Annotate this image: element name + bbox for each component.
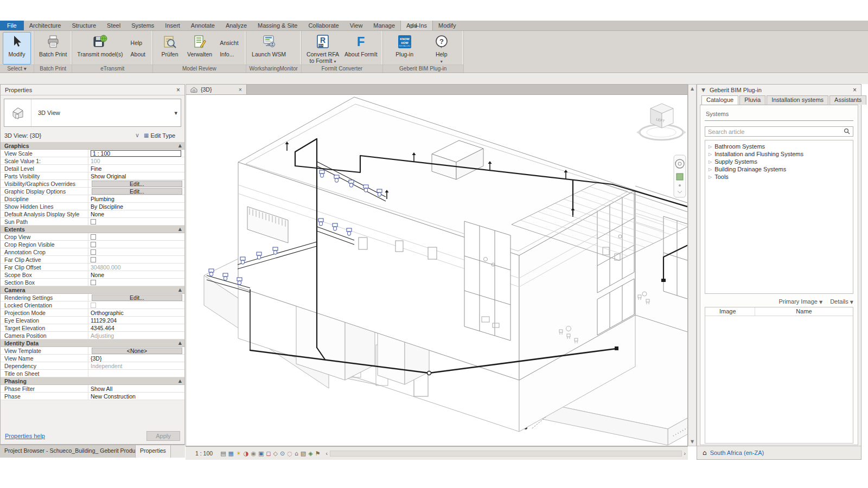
property-row[interactable]: Annotation Crop ▲ — [1, 248, 184, 256]
column-header-image[interactable]: Image — [705, 307, 755, 316]
property-row[interactable]: Show Hidden Lines By Discipline ▲ — [1, 203, 184, 210]
batch-print-button[interactable]: Batch Print — [37, 32, 69, 65]
property-row[interactable]: Graphics ▲ — [1, 142, 184, 150]
section-pin-icon[interactable]: ▲ — [178, 341, 184, 345]
tree-expand-icon[interactable]: ▷ — [709, 152, 712, 157]
tree-expand-icon[interactable]: ▷ — [709, 144, 712, 149]
property-row[interactable]: Visibility/Graphics Overrides Edit... ▲ — [1, 180, 184, 188]
tree-item[interactable]: ▷ Supply Systems — [709, 158, 853, 165]
geberit-tab[interactable]: Pluvia — [739, 95, 765, 105]
tree-item[interactable]: ▷ Installation and Flushing Systems — [709, 150, 853, 158]
geberit-plugin-button[interactable]: KNOW HOW INSTALLED Plug-in — [391, 32, 419, 65]
group-label-select[interactable]: Select ▾ — [0, 65, 34, 73]
properties-tab[interactable]: Properties — [136, 445, 171, 458]
info-button[interactable]: Info... — [220, 51, 238, 57]
crop-region-icon[interactable]: ◻ — [266, 451, 271, 457]
ribbon-tab[interactable]: Massing & Site — [252, 21, 303, 30]
checkbox[interactable] — [91, 303, 96, 308]
shadows-icon[interactable]: ◑ — [244, 451, 249, 457]
property-row[interactable]: Phase Filter Show All ▲ — [1, 385, 184, 393]
checkbox[interactable] — [91, 234, 96, 240]
transmit-models-button[interactable]: Transmit model(s) — [75, 32, 125, 65]
temp-view-properties-icon[interactable]: ▧ — [301, 451, 306, 457]
scroll-down-icon[interactable]: ▼ — [691, 439, 694, 444]
tree-expand-icon[interactable]: ▷ — [709, 175, 712, 179]
etransmit-about-button[interactable]: About — [131, 51, 145, 57]
ansicht-button[interactable]: Ansicht — [220, 40, 238, 46]
viewcube[interactable]: LEFT — [636, 104, 686, 140]
horizontal-scrollbar[interactable] — [330, 451, 681, 457]
property-row[interactable]: Eye Elevation 11129.204 ▲ — [1, 317, 184, 324]
ribbon-tab[interactable]: Insert — [159, 21, 186, 30]
property-row[interactable]: Discipline Plumbing ▲ — [1, 195, 184, 203]
tree-item[interactable]: ▷ Tools — [709, 173, 853, 181]
search-icon[interactable] — [844, 128, 850, 136]
checkbox[interactable] — [91, 242, 96, 247]
constraints-icon[interactable]: ⚑ — [315, 451, 321, 457]
column-header-name[interactable]: Name — [755, 307, 853, 316]
property-row[interactable]: Extents ▲ — [1, 226, 184, 233]
details-dropdown[interactable]: Details ▼ — [830, 298, 853, 305]
view-tab-3d[interactable]: {3D} × — [186, 85, 247, 94]
property-row[interactable]: Default Analysis Display Style None ▲ — [1, 210, 184, 218]
type-selector-caret-icon[interactable]: ▾ — [174, 110, 181, 117]
hscroll-left-icon[interactable]: ‹ — [326, 450, 328, 457]
property-row[interactable]: Sun Path ▲ — [1, 218, 184, 226]
property-row[interactable]: View Name {3D} ▲ — [1, 355, 184, 362]
hscroll-right-icon[interactable]: › — [684, 450, 686, 457]
ribbon-tab[interactable]: View — [344, 21, 368, 30]
checkbox[interactable] — [91, 249, 96, 255]
drawing-area[interactable]: LEFT {3D} × — [186, 84, 688, 446]
checkbox[interactable] — [91, 257, 96, 262]
property-row[interactable]: Scope Box None ▲ — [1, 271, 184, 279]
primary-image-dropdown[interactable]: Primary Image ▼ — [778, 298, 822, 305]
property-row[interactable]: Identity Data ▲ — [1, 339, 184, 347]
property-row[interactable]: Crop View ▲ — [1, 233, 184, 241]
tree-expand-icon[interactable]: ▷ — [709, 167, 712, 172]
ribbon-tab[interactable]: Collaborate — [303, 21, 344, 30]
ribbon-tab[interactable]: Analyze — [220, 21, 252, 30]
ribbon-tab[interactable]: File — [0, 21, 24, 30]
property-row[interactable]: Section Box ✓ ▲ — [1, 279, 184, 286]
view-tab-close-icon[interactable]: × — [239, 86, 242, 93]
modify-button[interactable]: Modify — [3, 32, 31, 65]
launch-wsm-button[interactable]: Launch WSM — [249, 32, 289, 65]
about-formit-button[interactable]: F About FormIt — [342, 32, 380, 65]
region-link[interactable]: South Africa (en-ZA) — [710, 450, 764, 456]
apply-button[interactable]: Apply — [146, 431, 180, 441]
property-row[interactable]: Rendering Settings Edit... ▲ — [1, 294, 184, 301]
property-row[interactable]: Far Clip Offset 304800.000 ▲ — [1, 264, 184, 271]
property-row[interactable]: Dependency Independent ▲ — [1, 362, 184, 370]
property-row[interactable]: Phase New Construction ▲ — [1, 393, 184, 400]
worksharing-display-icon[interactable]: ⌂ — [295, 451, 298, 457]
view-scale-control[interactable]: 1 : 100 — [195, 450, 213, 457]
ribbon-tab[interactable]: Annotate — [186, 21, 220, 30]
ribbon-tab[interactable]: Systems — [126, 21, 159, 30]
property-row[interactable]: Crop Region Visible ▲ — [1, 241, 184, 248]
section-pin-icon[interactable]: ▲ — [178, 378, 184, 383]
instance-selector[interactable]: 3D View: {3D}∨ — [2, 131, 142, 140]
properties-close-icon[interactable]: × — [176, 86, 180, 94]
property-row[interactable]: Camera Position Adjusting ▲ — [1, 332, 184, 339]
visual-style-icon[interactable]: ▦ — [228, 451, 234, 457]
properties-help-link[interactable]: Properties help — [5, 433, 45, 439]
lock-view-icon[interactable]: ◇ — [273, 451, 278, 457]
property-row[interactable]: Far Clip Active ▲ — [1, 256, 184, 264]
tree-expand-icon[interactable]: ▷ — [709, 159, 712, 164]
geberit-tab[interactable]: Assistants — [829, 95, 866, 105]
ribbon-tab[interactable]: Steel — [101, 21, 126, 30]
reveal-hidden-icon[interactable]: ◌ — [287, 451, 292, 457]
analytical-model-icon[interactable]: ◈ — [308, 451, 312, 457]
tree-item[interactable]: ▷ Bathroom Systems — [709, 143, 853, 150]
crop-view-icon[interactable]: ▣ — [258, 451, 264, 457]
geberit-tab[interactable]: Installation systems — [767, 95, 828, 105]
property-row[interactable]: View Template <None> ▲ — [1, 347, 184, 355]
property-row[interactable]: Detail Level Fine ▲ — [1, 165, 184, 172]
geberit-help-button[interactable]: ? Help▾ — [427, 32, 456, 65]
rendering-dialog-icon[interactable]: ◉ — [251, 451, 256, 457]
ribbon-tab[interactable]: Structure — [66, 21, 101, 30]
property-row[interactable]: Locked Orientation ▲ — [1, 301, 184, 309]
ribbon-tab[interactable]: Manage — [368, 21, 400, 30]
navigation-bar[interactable] — [674, 155, 686, 197]
property-row[interactable]: Target Elevation 4345.464 ▲ — [1, 324, 184, 332]
